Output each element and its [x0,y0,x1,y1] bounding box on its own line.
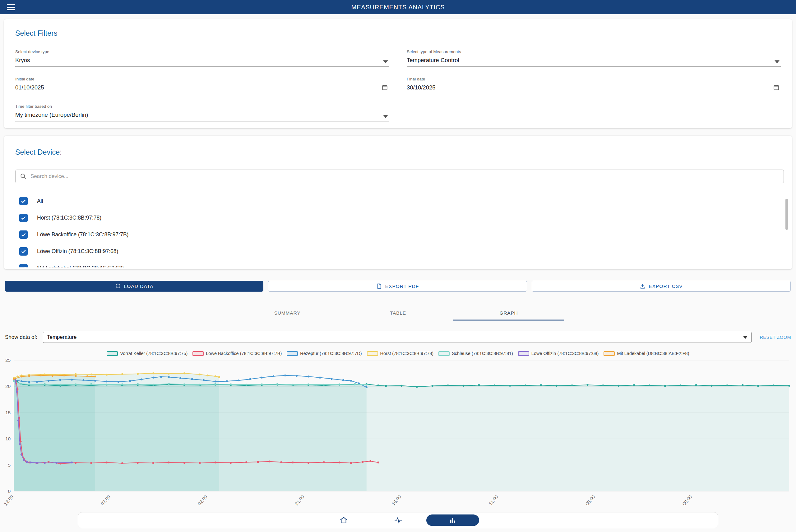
refresh-icon [115,283,121,289]
device-label: Löwe Backoffice (78:1C:3C:8B:97:7B) [37,231,128,238]
legend-item[interactable]: Löwe Backoffice (78:1C:3C:8B:97:7B) [193,351,282,356]
chart-legend: Vorrat Keller (78:1C:3C:8B:97:75)Löwe Ba… [0,351,796,356]
svg-text:15: 15 [5,410,11,415]
search-icon [20,173,27,180]
action-buttons: LOAD DATA EXPORT PDF EXPORT CSV [5,281,791,292]
show-data-select[interactable]: Temperature [43,332,752,343]
legend-swatch [367,351,378,356]
measurement-type-select[interactable]: Select type of Measurements Temperature … [407,50,781,67]
svg-text:11:00: 11:00 [488,494,499,506]
svg-text:10: 10 [5,436,11,441]
pdf-file-icon [376,283,382,289]
legend-item[interactable]: Rezeptur (78:1C:3C:8B:97:7D) [287,351,362,356]
analytics-nav-button[interactable] [426,515,479,526]
device-type-value: Kryos [15,57,389,64]
legend-label: Löwe Backoffice (78:1C:3C:8B:97:7B) [206,351,282,356]
measurement-type-value: Temperature Control [407,57,781,64]
chevron-down-icon [775,60,779,63]
show-data-value: Temperature [47,334,743,340]
svg-text:00:00: 00:00 [681,494,693,506]
legend-item[interactable]: Löwe Offizin (78:1C:3C:8B:97:68) [518,351,599,356]
svg-text:20: 20 [5,383,11,389]
tab-summary[interactable]: SUMMARY [232,306,343,321]
device-label: Löwe Offizin (78:1C:3C:8B:97:68) [37,248,118,255]
svg-text:21:00: 21:00 [293,494,305,506]
legend-swatch [287,351,298,356]
load-data-button[interactable]: LOAD DATA [5,281,264,292]
device-type-label: Select device type [15,50,389,54]
initial-date-value: 01/10/2025 [15,84,389,91]
final-date-value: 30/10/2025 [407,84,781,91]
svg-text:16:00: 16:00 [391,494,402,506]
legend-item[interactable]: Schleuse (78:1C:3C:8B:97:81) [438,351,513,356]
device-checkbox[interactable] [19,197,28,205]
device-list: AllHorst (78:1C:3C:8B:97:78)Löwe Backoff… [15,193,784,267]
chevron-down-icon [383,115,388,118]
download-icon [639,283,646,289]
legend-label: Mit Ladekabel (D8:BC:38:AE:F2:F8) [617,351,689,356]
legend-label: Rezeptur (78:1C:3C:8B:97:7D) [300,351,362,356]
tab-table[interactable]: TABLE [343,306,453,321]
export-csv-button[interactable]: EXPORT CSV [532,281,791,292]
measurement-type-label: Select type of Measurements [407,50,781,54]
measurements-nav-button[interactable] [394,516,403,525]
export-pdf-button[interactable]: EXPORT PDF [268,281,527,292]
chevron-down-icon [743,336,747,339]
legend-swatch [518,351,529,356]
home-nav-button[interactable] [339,516,348,525]
devices-card: Select Device: AllHorst (78:1C:3C:8B:97:… [4,136,792,269]
legend-swatch [438,351,450,356]
legend-label: Vorrat Keller (78:1C:3C:8B:97:75) [120,351,187,356]
initial-date-input[interactable]: Initial date 01/10/2025 [15,77,389,94]
load-data-label: LOAD DATA [124,284,153,289]
legend-label: Schleuse (78:1C:3C:8B:97:81) [452,351,513,356]
legend-label: Löwe Offizin (78:1C:3C:8B:97:68) [531,351,599,356]
timezone-value: My timezone (Europe/Berlin) [15,112,389,118]
legend-swatch [603,351,615,356]
final-date-input[interactable]: Final date 30/10/2025 [407,77,781,94]
legend-label: Horst (78:1C:3C:8B:97:78) [380,351,434,356]
result-tabs: SUMMARY TABLE GRAPH [0,306,796,321]
devices-heading: Select Device: [15,148,784,156]
device-row[interactable]: Löwe Backoffice (78:1C:3C:8B:97:7B) [15,226,784,243]
chart-area: 051015202512:0007:0002:0021:0016:0011:00… [0,357,796,506]
export-csv-label: EXPORT CSV [649,284,683,289]
temperature-chart[interactable]: 051015202512:0007:0002:0021:0016:0011:00… [0,357,796,506]
svg-text:5: 5 [8,462,11,468]
device-search[interactable] [15,170,784,183]
bar-chart-icon [449,516,457,524]
device-type-select[interactable]: Select device type Kryos [15,50,389,67]
device-checkbox[interactable] [19,264,28,268]
svg-text:02:00: 02:00 [197,494,208,506]
timezone-select[interactable]: Time filter based on My timezone (Europe… [15,104,389,121]
device-checkbox[interactable] [19,214,28,222]
graph-controls: Show data of: Temperature RESET ZOOM [0,332,796,343]
export-pdf-label: EXPORT PDF [385,284,419,289]
tab-graph[interactable]: GRAPH [453,306,564,321]
device-row[interactable]: All [15,193,784,209]
chevron-down-icon [383,60,388,63]
device-list-scrollbar[interactable] [785,199,788,230]
legend-swatch [193,351,204,356]
device-label: All [37,198,43,204]
search-input[interactable] [31,173,779,179]
svg-text:25: 25 [5,358,11,363]
reset-zoom-button[interactable]: RESET ZOOM [760,335,791,340]
legend-item[interactable]: Mit Ladekabel (D8:BC:38:AE:F2:F8) [603,351,689,356]
final-date-label: Final date [407,77,781,81]
legend-item[interactable]: Horst (78:1C:3C:8B:97:78) [367,351,434,356]
device-checkbox[interactable] [19,230,28,239]
svg-text:07:00: 07:00 [100,494,111,506]
home-icon [339,516,348,525]
filters-heading: Select Filters [15,29,781,38]
device-row[interactable]: Mit Ladekabel (D8:BC:38:AE:F2:F8) [15,260,784,267]
calendar-icon[interactable] [773,84,779,91]
show-data-label: Show data of: [5,334,37,340]
filters-card: Select Filters Select device type Kryos … [4,19,792,128]
device-checkbox[interactable] [19,247,28,255]
device-label: Mit Ladekabel (D8:BC:38:AE:F2:F8) [37,265,124,268]
device-row[interactable]: Löwe Offizin (78:1C:3C:8B:97:68) [15,243,784,260]
legend-item[interactable]: Vorrat Keller (78:1C:3C:8B:97:75) [107,351,187,356]
device-row[interactable]: Horst (78:1C:3C:8B:97:78) [15,209,784,226]
calendar-icon[interactable] [381,84,388,91]
